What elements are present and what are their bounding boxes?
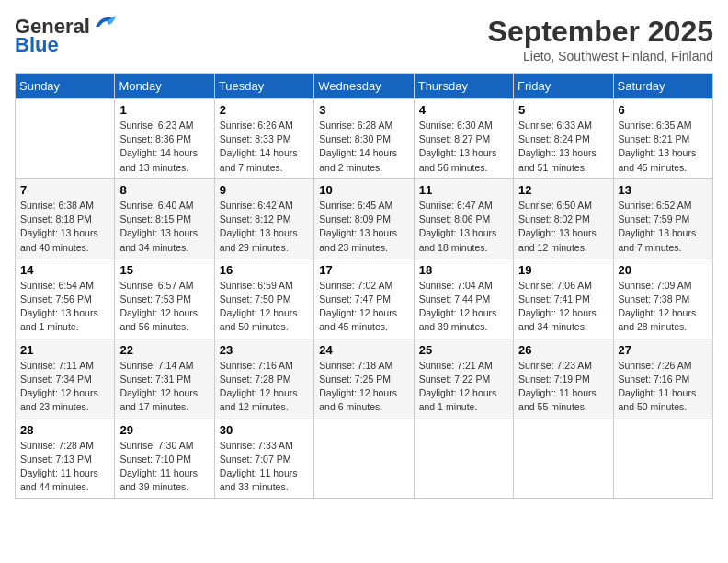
day-number: 17 <box>319 263 408 277</box>
day-info: Sunrise: 7:11 AMSunset: 7:34 PMDaylight:… <box>20 359 109 415</box>
day-info: Sunrise: 7:21 AMSunset: 7:22 PMDaylight:… <box>419 359 508 415</box>
day-info: Sunrise: 6:30 AMSunset: 8:27 PMDaylight:… <box>419 119 508 175</box>
calendar-cell: 20Sunrise: 7:09 AMSunset: 7:38 PMDayligh… <box>613 259 712 339</box>
location-subtitle: Lieto, Southwest Finland, Finland <box>488 49 713 63</box>
day-info: Sunrise: 6:40 AMSunset: 8:15 PMDaylight:… <box>119 199 209 255</box>
day-number: 7 <box>20 183 109 197</box>
calendar-cell: 5Sunrise: 6:33 AMSunset: 8:24 PMDaylight… <box>514 99 613 179</box>
day-info: Sunrise: 7:14 AMSunset: 7:31 PMDaylight:… <box>119 359 209 415</box>
calendar-cell: 23Sunrise: 7:16 AMSunset: 7:28 PMDayligh… <box>214 339 313 419</box>
logo-blue: Blue <box>15 33 59 57</box>
day-number: 9 <box>220 183 309 197</box>
day-info: Sunrise: 7:04 AMSunset: 7:44 PMDaylight:… <box>419 279 508 335</box>
day-number: 1 <box>119 103 209 117</box>
day-info: Sunrise: 6:35 AMSunset: 8:21 PMDaylight:… <box>619 119 708 175</box>
calendar-cell: 15Sunrise: 6:57 AMSunset: 7:53 PMDayligh… <box>115 259 214 339</box>
day-number: 18 <box>419 263 508 277</box>
weekday-header-wednesday: Wednesday <box>314 74 414 99</box>
day-info: Sunrise: 7:18 AMSunset: 7:25 PMDaylight:… <box>319 359 408 415</box>
day-info: Sunrise: 7:30 AMSunset: 7:10 PMDaylight:… <box>119 439 209 495</box>
day-number: 6 <box>619 103 708 117</box>
calendar-cell: 8Sunrise: 6:40 AMSunset: 8:15 PMDaylight… <box>115 178 214 259</box>
day-info: Sunrise: 6:28 AMSunset: 8:30 PMDaylight:… <box>319 119 408 175</box>
day-info: Sunrise: 7:06 AMSunset: 7:41 PMDaylight:… <box>518 279 608 335</box>
calendar-cell: 13Sunrise: 6:52 AMSunset: 7:59 PMDayligh… <box>613 178 712 259</box>
page-header: General Blue September 2025 Lieto, South… <box>15 15 713 63</box>
day-number: 26 <box>518 343 608 357</box>
day-number: 21 <box>20 343 109 357</box>
logo-bird-icon <box>92 14 118 32</box>
calendar-cell: 7Sunrise: 6:38 AMSunset: 8:18 PMDaylight… <box>16 178 115 259</box>
calendar-cell: 9Sunrise: 6:42 AMSunset: 8:12 PMDaylight… <box>214 178 313 259</box>
calendar-cell: 28Sunrise: 7:28 AMSunset: 7:13 PMDayligh… <box>16 419 115 499</box>
calendar-week-row-2: 7Sunrise: 6:38 AMSunset: 8:18 PMDaylight… <box>16 178 713 259</box>
calendar-cell <box>314 419 414 499</box>
day-info: Sunrise: 6:50 AMSunset: 8:02 PMDaylight:… <box>518 199 608 255</box>
month-title: September 2025 <box>488 15 713 49</box>
weekday-header-saturday: Saturday <box>613 74 712 99</box>
calendar-cell: 4Sunrise: 6:30 AMSunset: 8:27 PMDaylight… <box>414 99 513 179</box>
calendar-cell <box>414 419 513 499</box>
calendar-week-row-3: 14Sunrise: 6:54 AMSunset: 7:56 PMDayligh… <box>16 259 713 339</box>
day-number: 3 <box>319 103 408 117</box>
day-info: Sunrise: 6:52 AMSunset: 7:59 PMDaylight:… <box>619 199 708 255</box>
calendar-cell: 24Sunrise: 7:18 AMSunset: 7:25 PMDayligh… <box>314 339 414 419</box>
day-number: 28 <box>20 423 109 437</box>
day-number: 8 <box>119 183 209 197</box>
day-number: 20 <box>619 263 708 277</box>
calendar-cell: 17Sunrise: 7:02 AMSunset: 7:47 PMDayligh… <box>314 259 414 339</box>
calendar-cell <box>514 419 613 499</box>
calendar-cell <box>613 419 712 499</box>
day-number: 22 <box>119 343 209 357</box>
day-info: Sunrise: 7:02 AMSunset: 7:47 PMDaylight:… <box>319 279 408 335</box>
weekday-header-sunday: Sunday <box>16 74 115 99</box>
day-info: Sunrise: 7:28 AMSunset: 7:13 PMDaylight:… <box>20 439 109 495</box>
calendar-cell: 12Sunrise: 6:50 AMSunset: 8:02 PMDayligh… <box>514 178 613 259</box>
calendar-cell: 21Sunrise: 7:11 AMSunset: 7:34 PMDayligh… <box>16 339 115 419</box>
day-number: 4 <box>419 103 508 117</box>
calendar-cell: 18Sunrise: 7:04 AMSunset: 7:44 PMDayligh… <box>414 259 513 339</box>
calendar-week-row-4: 21Sunrise: 7:11 AMSunset: 7:34 PMDayligh… <box>16 339 713 419</box>
calendar-cell: 19Sunrise: 7:06 AMSunset: 7:41 PMDayligh… <box>514 259 613 339</box>
day-info: Sunrise: 6:45 AMSunset: 8:09 PMDaylight:… <box>319 199 408 255</box>
day-info: Sunrise: 6:38 AMSunset: 8:18 PMDaylight:… <box>20 199 109 255</box>
day-info: Sunrise: 6:47 AMSunset: 8:06 PMDaylight:… <box>419 199 508 255</box>
day-number: 2 <box>220 103 309 117</box>
day-number: 30 <box>220 423 309 437</box>
calendar-cell: 6Sunrise: 6:35 AMSunset: 8:21 PMDaylight… <box>613 99 712 179</box>
day-info: Sunrise: 6:42 AMSunset: 8:12 PMDaylight:… <box>220 199 309 255</box>
day-number: 16 <box>220 263 309 277</box>
day-number: 5 <box>518 103 608 117</box>
day-number: 15 <box>119 263 209 277</box>
day-info: Sunrise: 7:33 AMSunset: 7:07 PMDaylight:… <box>220 439 309 495</box>
day-info: Sunrise: 6:59 AMSunset: 7:50 PMDaylight:… <box>220 279 309 335</box>
day-info: Sunrise: 7:16 AMSunset: 7:28 PMDaylight:… <box>220 359 309 415</box>
day-number: 13 <box>619 183 708 197</box>
calendar-cell: 27Sunrise: 7:26 AMSunset: 7:16 PMDayligh… <box>613 339 712 419</box>
calendar-cell: 30Sunrise: 7:33 AMSunset: 7:07 PMDayligh… <box>214 419 313 499</box>
day-number: 11 <box>419 183 508 197</box>
weekday-header-thursday: Thursday <box>414 74 513 99</box>
calendar-cell: 10Sunrise: 6:45 AMSunset: 8:09 PMDayligh… <box>314 178 414 259</box>
day-info: Sunrise: 6:26 AMSunset: 8:33 PMDaylight:… <box>220 119 309 175</box>
calendar-cell: 26Sunrise: 7:23 AMSunset: 7:19 PMDayligh… <box>514 339 613 419</box>
calendar-week-row-5: 28Sunrise: 7:28 AMSunset: 7:13 PMDayligh… <box>16 419 713 499</box>
calendar-cell: 3Sunrise: 6:28 AMSunset: 8:30 PMDaylight… <box>314 99 414 179</box>
title-block: September 2025 Lieto, Southwest Finland,… <box>488 15 713 63</box>
calendar-cell: 22Sunrise: 7:14 AMSunset: 7:31 PMDayligh… <box>115 339 214 419</box>
weekday-header-friday: Friday <box>514 74 613 99</box>
weekday-header-monday: Monday <box>115 74 214 99</box>
calendar-table: SundayMondayTuesdayWednesdayThursdayFrid… <box>15 73 713 499</box>
calendar-week-row-1: 1Sunrise: 6:23 AMSunset: 8:36 PMDaylight… <box>16 99 713 179</box>
day-info: Sunrise: 6:57 AMSunset: 7:53 PMDaylight:… <box>119 279 209 335</box>
calendar-cell: 1Sunrise: 6:23 AMSunset: 8:36 PMDaylight… <box>115 99 214 179</box>
day-number: 29 <box>119 423 209 437</box>
weekday-header-row: SundayMondayTuesdayWednesdayThursdayFrid… <box>16 74 713 99</box>
day-number: 14 <box>20 263 109 277</box>
day-number: 12 <box>518 183 608 197</box>
weekday-header-tuesday: Tuesday <box>214 74 313 99</box>
day-number: 24 <box>319 343 408 357</box>
logo: General Blue <box>15 15 118 57</box>
day-number: 10 <box>319 183 408 197</box>
calendar-cell: 16Sunrise: 6:59 AMSunset: 7:50 PMDayligh… <box>214 259 313 339</box>
